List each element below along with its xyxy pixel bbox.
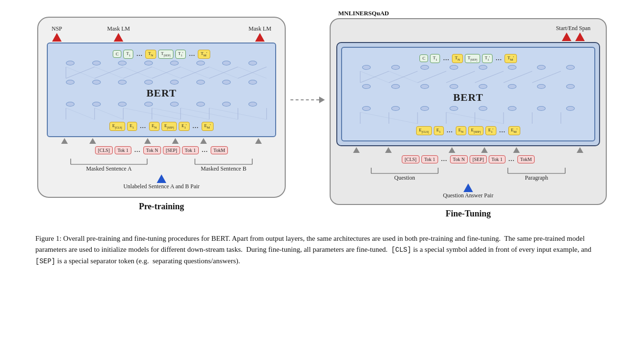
- gray-arrow-3: [144, 138, 151, 144]
- bracket-row: Masked Sentence A Masked Sentence B: [47, 158, 276, 172]
- finetuning-label: Fine-Tuning: [446, 209, 491, 219]
- finetuning-section: MNLI NER SQuAD Start/End Span: [330, 10, 607, 219]
- ft-oval-row-2: [347, 84, 590, 89]
- gray-arrows-row: [47, 138, 276, 144]
- ft-label-a: Question: [394, 174, 415, 182]
- svg-line-38: [418, 71, 446, 83]
- ft-oval-7: [537, 65, 546, 70]
- nsp-arrow: [52, 33, 62, 42]
- ft-emb-EN: EN: [456, 126, 467, 135]
- squad-label: SQuAD: [368, 10, 389, 17]
- pair-arrow-col: Unlabeled Sentence A and B Pair: [123, 174, 200, 190]
- oval-row-1: [53, 61, 270, 65]
- dotted-line: [290, 99, 319, 100]
- oval-5: [170, 61, 179, 65]
- ft-gray-arrow-3: [449, 147, 455, 153]
- ft-gray-arrow-1: [353, 147, 360, 153]
- ft-oval-row-3: [347, 106, 590, 111]
- oval-16: [248, 80, 257, 85]
- masklm2-arrow: [255, 33, 265, 42]
- ft-oval-5: [479, 65, 487, 70]
- svg-line-40: [475, 71, 504, 83]
- in-SEP: [SEP]: [163, 146, 180, 154]
- ft-emb-ellipsis2: …: [498, 127, 506, 134]
- ft-in-Tok1: Tok 1: [421, 155, 438, 163]
- ft-oval-4: [450, 65, 458, 70]
- start-arrow: [562, 32, 571, 41]
- label-b-col: Masked Sentence B: [190, 158, 257, 172]
- start-end-label: Start/End Span: [556, 25, 590, 32]
- out-tok-T1p: T1': [175, 50, 186, 59]
- masklm2-arrow-col: Mask LM: [248, 25, 271, 42]
- ft-oval-10: [391, 84, 400, 89]
- oval-20: [144, 102, 153, 107]
- ft-oval-15: [537, 84, 546, 89]
- label-a-col: Masked Sentence A: [66, 158, 152, 172]
- in-TokN: Tok N: [143, 146, 161, 154]
- oval-23: [222, 102, 231, 107]
- pretraining-outer-box: NSP Mask LM Mask LM C T1: [37, 17, 286, 198]
- out-tok-T1: T1: [123, 50, 133, 59]
- mnli-label: MNLI: [338, 10, 355, 17]
- caption: Figure 1: Overall pre-training and fine-…: [35, 233, 609, 267]
- connections-svg: [53, 66, 270, 79]
- emb-ellipsis2: …: [192, 122, 200, 130]
- ft-emb-E1p: E1': [485, 126, 496, 135]
- ft-oval-23: [537, 106, 546, 111]
- ft-pair-label: Question Answer Pair: [443, 192, 493, 199]
- ft-blue-box: C T1 … TN T[SEP] T1' … TM': [341, 47, 595, 141]
- gray-arrow-4: [172, 138, 179, 144]
- ft-oval-19: [420, 106, 429, 111]
- ft-out-C: C: [419, 54, 428, 62]
- ft-input-token-row: [CLS] Tok 1 … Tok N [SEP] Tok 1 … TokM: [402, 155, 535, 163]
- sep-mono: [SEP]: [35, 258, 55, 265]
- label-a: Masked Sentence A: [86, 165, 131, 172]
- ft-oval-18: [391, 106, 400, 111]
- gray-arrow-1: [61, 138, 68, 144]
- emb-ellipsis1: …: [139, 122, 147, 130]
- bracket-a-svg: [66, 158, 152, 165]
- svg-line-41: [504, 71, 532, 83]
- ft-emb-EMp: EM': [508, 126, 520, 135]
- ft-bracket-b-svg: [503, 167, 570, 174]
- ft-out-TSEP: T[SEP]: [465, 54, 480, 63]
- output-token-row: C T1 … TN T[SEP] T1' … TM': [113, 50, 210, 59]
- ft-bracket-row: Question Paragraph: [336, 167, 600, 182]
- oval-14: [196, 80, 205, 85]
- ft-in-CLS: [CLS]: [402, 155, 419, 163]
- svg-line-24: [95, 108, 123, 119]
- ner-label: NER: [355, 10, 368, 17]
- pretraining-section: NSP Mask LM Mask LM C T1: [37, 17, 286, 212]
- start-end-arrows: [562, 32, 585, 41]
- out-tok-TMp: TM': [198, 50, 210, 59]
- svg-line-39: [446, 71, 475, 83]
- ft-emb-ellipsis1: …: [446, 127, 454, 134]
- oval-2: [92, 61, 101, 65]
- oval-11: [118, 80, 127, 85]
- oval-19: [118, 102, 127, 107]
- start-arrow-col: Start/End Span: [556, 25, 590, 41]
- ft-oval-6: [508, 65, 516, 70]
- oval-17: [66, 102, 75, 107]
- ft-oval-11: [420, 84, 429, 89]
- nsp-label: NSP: [52, 25, 62, 32]
- ft-oval-3: [420, 65, 429, 70]
- ft-ellipsis1: …: [442, 54, 450, 62]
- ft-oval-24: [566, 106, 575, 111]
- ft-oval-17: [362, 106, 371, 111]
- diagram-area: NSP Mask LM Mask LM C T1: [19, 10, 625, 219]
- ft-in-ellipsis1: …: [440, 155, 448, 163]
- finetuning-outer-box: Start/End Span C T1 … TN: [330, 18, 607, 205]
- ft-oval-22: [508, 106, 516, 111]
- ft-oval-21: [479, 106, 487, 111]
- in-ellipsis1: …: [133, 146, 141, 154]
- oval-12: [144, 80, 153, 85]
- oval-8: [248, 61, 257, 65]
- oval-22: [196, 102, 205, 107]
- oval-6: [196, 61, 205, 65]
- pair-label: Unlabeled Sentence A and B Pair: [123, 183, 200, 190]
- ft-oval-12: [450, 84, 458, 89]
- task-labels-row: MNLI NER SQuAD: [338, 10, 389, 17]
- ft-connections-svg-1: [347, 70, 590, 84]
- ft-in-Tok1p: Tok 1: [489, 155, 505, 163]
